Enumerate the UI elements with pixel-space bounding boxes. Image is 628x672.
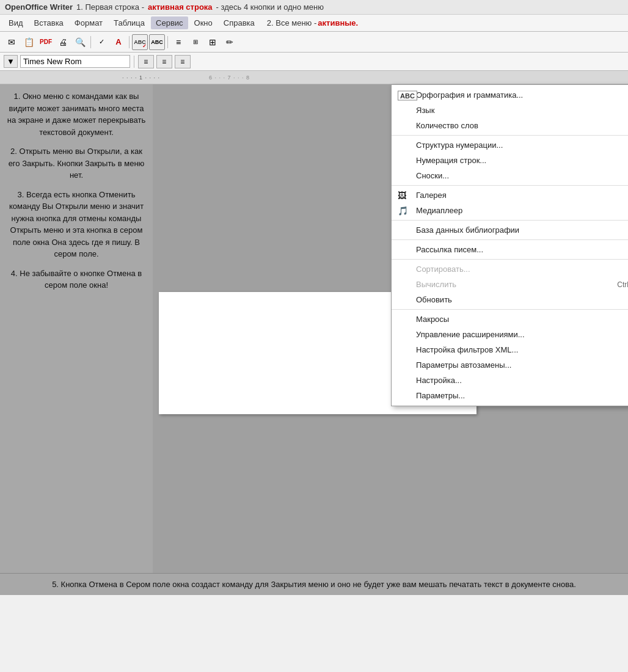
calc-shortcut: Ctrl++ <box>617 280 628 289</box>
menu-item-customize[interactable]: Настройка... <box>392 373 628 388</box>
menu-item-numbering[interactable]: Структура нумерации... <box>392 137 628 153</box>
menu-vid[interactable]: Вид <box>4 16 28 29</box>
title-text-1: 1. Первая строка - <box>76 2 144 12</box>
sep-3 <box>392 220 628 221</box>
title-highlight-1: активная строка <box>148 2 213 12</box>
menu-table[interactable]: Таблица <box>109 16 150 29</box>
toolbar-pdf-btn[interactable]: PDF <box>38 34 54 50</box>
servis-dropdown-menu: ABC Орфография и грамматика... F7 Язык ▶… <box>391 84 628 406</box>
menubar-suffix-highlight: активные. <box>318 18 358 27</box>
toolbar-preview-btn[interactable]: 🔍 <box>72 34 88 50</box>
title-text-2: - здесь 4 кнопки и одно меню <box>216 2 324 12</box>
left-p3: 3. Всегда есть кнопка Отменить команду В… <box>5 189 148 260</box>
ruler-marks: · · · · 1 · · · · 6 · · · 7 · · · 8 <box>122 75 250 81</box>
xmlfilters-label: Настройка фильтров XML... <box>416 345 518 354</box>
sep-4 <box>392 239 628 240</box>
media-icon: 🎵 <box>398 206 408 216</box>
gallery-icon: 🖼 <box>398 191 406 200</box>
bottom-note: 5. Кнопка Отмена в Сером поле окна созда… <box>9 580 619 589</box>
sep-6 <box>392 309 628 310</box>
align-center-btn[interactable]: ≡ <box>156 55 172 68</box>
calc-label: Вычислить <box>416 280 456 289</box>
main-area: 1. Окно меню с командами как вы видите м… <box>0 84 628 573</box>
sep-1 <box>392 135 628 136</box>
menu-item-footnotes[interactable]: Сноски... <box>392 168 628 183</box>
menu-item-xmlfilters[interactable]: Настройка фильтров XML... <box>392 342 628 357</box>
wordcount-label: Количество слов <box>416 121 478 130</box>
sep-2 <box>392 185 628 186</box>
menu-item-wordcount[interactable]: Количество слов <box>392 118 628 133</box>
menu-item-gallery[interactable]: 🖼 Галерея <box>392 188 628 203</box>
left-panel: 1. Окно меню с командами как вы видите м… <box>0 84 153 573</box>
toolbar-sep-1 <box>90 36 91 48</box>
sep-5 <box>392 259 628 260</box>
linenum-label: Нумерация строк... <box>416 156 486 165</box>
font-style-dropdown[interactable]: ▼ <box>4 55 18 68</box>
menubar-suffix: 2. Все меню - <box>267 18 317 27</box>
toolbar-print-btn[interactable]: 🖨 <box>55 34 71 50</box>
toolbar-a-btn[interactable]: A <box>111 34 126 50</box>
macros-label: Макросы <box>416 315 449 324</box>
menu-spravka[interactable]: Справка <box>219 16 260 29</box>
biblio-label: База данных библиографии <box>416 225 519 235</box>
font-name-text: Times New Rom <box>23 57 82 66</box>
menu-item-spellcheck[interactable]: ABC Орфография и грамматика... F7 <box>392 87 628 103</box>
title-bar: OpenOffice Writer 1. Первая строка - акт… <box>0 0 628 15</box>
mailmerge-label: Рассылка писем... <box>416 245 483 254</box>
toolbar-new-btn[interactable]: 📋 <box>21 34 37 50</box>
menu-item-sort: Сортировать... <box>392 261 628 277</box>
font-name-field[interactable]: Times New Rom <box>20 55 130 68</box>
ruler: · · · · 1 · · · · 6 · · · 7 · · · 8 <box>0 71 628 84</box>
menu-vstavka[interactable]: Вставка <box>29 16 68 29</box>
toolbar-abc-check-btn[interactable]: ABC ✓ <box>132 34 148 50</box>
doc-area: ABC Орфография и грамматика... F7 Язык ▶… <box>153 84 628 573</box>
autocorrect-label: Параметры автозамены... <box>416 360 511 370</box>
menu-item-media[interactable]: 🎵 Медиаплеер <box>392 203 628 218</box>
toolbar-check-btn[interactable]: ✓ <box>93 34 109 50</box>
options-label: Параметры... <box>416 391 465 400</box>
menu-item-mailmerge[interactable]: Рассылка писем... <box>392 242 628 257</box>
numbering-label: Структура нумерации... <box>416 141 503 150</box>
toolbar-more-btn[interactable]: ⊞ <box>205 34 221 50</box>
media-label: Медиаплеер <box>416 206 462 215</box>
menu-item-autocorrect[interactable]: Параметры автозамены... <box>392 357 628 373</box>
menu-item-lang[interactable]: Язык ▶ <box>392 103 628 118</box>
customize-label: Настройка... <box>416 376 462 385</box>
toolbar-edit-btn[interactable]: ✏ <box>222 34 238 50</box>
menu-okno[interactable]: Окно <box>189 16 217 29</box>
toolbar-abc2-btn[interactable]: ABC <box>149 34 165 50</box>
menu-item-refresh[interactable]: Обновить ▶ <box>392 292 628 307</box>
font-bar: ▼ Times New Rom ≡ ≡ ≡ <box>0 53 628 71</box>
left-p4: 4. Не забывайте о кнопке Отмена в сером … <box>5 268 148 291</box>
lang-label: Язык <box>416 106 434 115</box>
menu-item-options[interactable]: Параметры... <box>392 388 628 403</box>
extensions-label: Управление расширениями... <box>416 330 525 339</box>
abc-checkmark: ✓ <box>142 43 147 49</box>
menu-servis[interactable]: Сервис <box>151 16 188 29</box>
toolbar-sep-2 <box>129 36 130 48</box>
refresh-label: Обновить <box>416 295 452 304</box>
toolbar-table-btn[interactable]: ⊞ <box>188 34 203 50</box>
font-sep-1 <box>134 56 134 68</box>
spellcheck-label: Орфография и грамматика... <box>416 90 523 100</box>
sort-label: Сортировать... <box>416 265 470 274</box>
toolbar-extra-btn[interactable]: ≡ <box>170 34 186 50</box>
bottom-panel: 5. Кнопка Отмена в Сером поле окна созда… <box>0 573 628 595</box>
menu-bar: Вид Вставка Формат Таблица Сервис Окно С… <box>0 15 628 32</box>
align-left-btn[interactable]: ≡ <box>138 55 154 68</box>
left-p2: 2. Открыть меню вы Открыли, а как его За… <box>5 145 148 181</box>
footnotes-label: Сноски... <box>416 171 449 180</box>
align-right-btn[interactable]: ≡ <box>175 55 191 68</box>
toolbar-sep-3 <box>167 36 168 48</box>
spellcheck-icon: ABC <box>398 90 417 100</box>
toolbar: ✉ 📋 PDF 🖨 🔍 ✓ A ABC ✓ ABC ≡ ⊞ ⊞ ✏ <box>0 32 628 53</box>
left-p1: 1. Окно меню с командами как вы видите м… <box>5 90 148 138</box>
menu-item-calc: Вычислить Ctrl++ <box>392 277 628 292</box>
app-title: OpenOffice Writer <box>5 2 73 12</box>
menu-item-linenum[interactable]: Нумерация строк... <box>392 153 628 168</box>
toolbar-email-btn[interactable]: ✉ <box>4 34 20 50</box>
menu-item-extensions[interactable]: Управление расширениями... <box>392 327 628 342</box>
menu-format[interactable]: Формат <box>70 16 108 29</box>
menu-item-macros[interactable]: Макросы ▶ <box>392 312 628 327</box>
menu-item-biblio[interactable]: База данных библиографии <box>392 222 628 238</box>
